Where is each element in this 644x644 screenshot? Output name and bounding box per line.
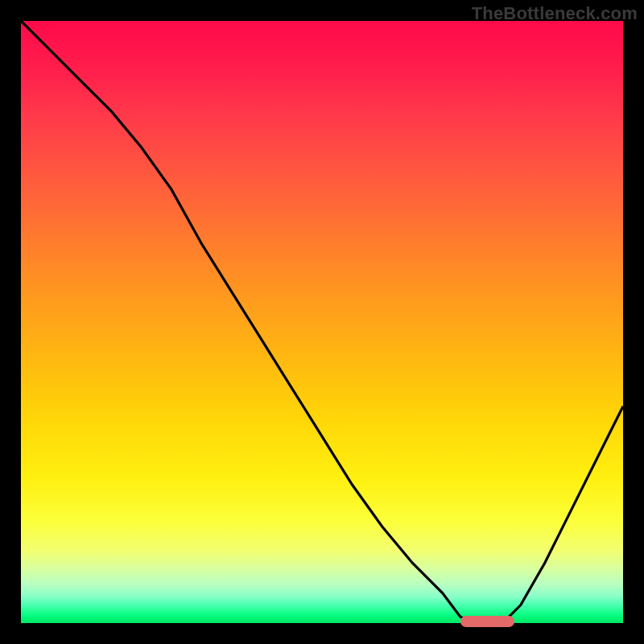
watermark-text: TheBottleneck.com [472,3,638,24]
bottleneck-curve [21,21,623,623]
plot-area [21,21,623,623]
highlight-marker [460,616,514,627]
chart-frame: TheBottleneck.com [0,0,644,644]
curve-path [21,21,623,623]
